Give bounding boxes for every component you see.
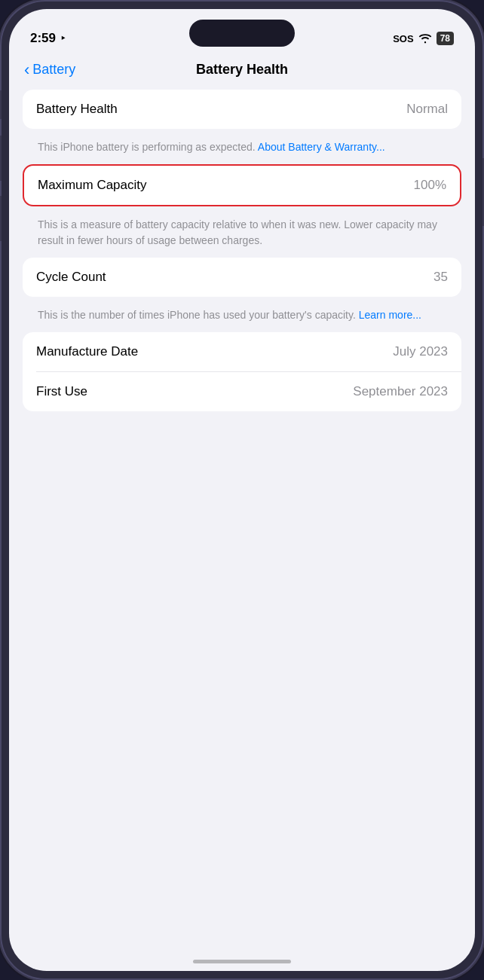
maximum-capacity-row: Maximum Capacity 100% (24, 166, 460, 205)
first-use-value: September 2023 (353, 384, 448, 399)
first-use-row: First Use September 2023 (23, 372, 461, 411)
cycle-count-value: 35 (433, 270, 448, 285)
content-area: Battery Health Normal This iPhone batter… (9, 90, 475, 417)
dynamic-island (189, 20, 295, 47)
phone-screen: 2:59 ‣ SOS 78 ‹ Battery (9, 9, 475, 971)
battery-health-label: Battery Health (36, 102, 118, 117)
maximum-capacity-description: This is a measure of battery capacity re… (23, 212, 461, 258)
battery-icon: 78 (437, 32, 454, 45)
silent-switch (0, 90, 2, 119)
back-label: Battery (32, 62, 75, 78)
time-display: 2:59 (30, 31, 56, 46)
manufacture-date-value: July 2023 (393, 344, 448, 359)
battery-health-description: This iPhone battery is performing as exp… (23, 135, 461, 164)
maximum-capacity-card: Maximum Capacity 100% (23, 164, 461, 206)
volume-up-button (0, 136, 2, 181)
sos-label: SOS (393, 33, 413, 44)
wifi-icon (418, 34, 432, 44)
maximum-capacity-label: Maximum Capacity (38, 178, 147, 193)
dates-card: Manufacture Date July 2023 First Use Sep… (23, 332, 461, 411)
home-indicator (193, 960, 291, 963)
learn-more-link[interactable]: Learn more... (359, 309, 421, 321)
location-icon: ‣ (60, 33, 66, 44)
status-right: SOS 78 (393, 32, 454, 45)
back-chevron-icon: ‹ (24, 62, 29, 78)
maximum-capacity-value: 100% (414, 178, 446, 193)
volume-down-button (0, 196, 2, 241)
cycle-count-description: This is the number of times iPhone has u… (23, 303, 461, 332)
battery-warranty-link[interactable]: About Battery & Warranty... (258, 141, 385, 153)
manufacture-date-row: Manufacture Date July 2023 (23, 332, 461, 371)
battery-health-value: Normal (406, 102, 448, 117)
nav-header: ‹ Battery Battery Health (9, 54, 475, 90)
battery-health-row: Battery Health Normal (23, 90, 461, 129)
page-title: Battery Health (196, 62, 288, 78)
phone-frame: 2:59 ‣ SOS 78 ‹ Battery (0, 0, 484, 980)
first-use-label: First Use (36, 384, 87, 399)
cycle-count-row: Cycle Count 35 (23, 258, 461, 297)
status-time: 2:59 ‣ (30, 31, 66, 46)
battery-percent: 78 (440, 33, 450, 44)
battery-health-card: Battery Health Normal (23, 90, 461, 129)
manufacture-date-label: Manufacture Date (36, 344, 138, 359)
back-button[interactable]: ‹ Battery (24, 62, 75, 78)
cycle-count-label: Cycle Count (36, 270, 106, 285)
cycle-count-card: Cycle Count 35 (23, 258, 461, 297)
